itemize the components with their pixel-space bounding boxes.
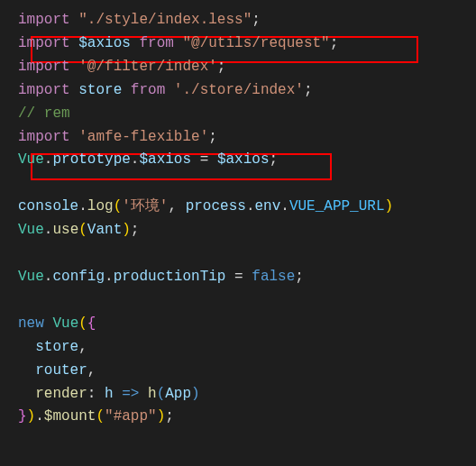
blank-line bbox=[18, 289, 458, 313]
code-line: Vue.prototype.$axios = $axios; bbox=[18, 149, 458, 172]
code-editor: import "./style/index.less"; import $axi… bbox=[18, 9, 458, 429]
code-line: import 'amfe-flexible'; bbox=[18, 126, 458, 150]
code-line: // rem bbox=[18, 103, 458, 126]
code-line: }).$mount("#app"); bbox=[18, 406, 458, 429]
code-line: render: h => h(App) bbox=[18, 383, 458, 407]
code-line: router, bbox=[18, 360, 458, 383]
blank-line bbox=[18, 242, 458, 266]
code-line: import store from './store/index'; bbox=[18, 79, 458, 103]
blank-line bbox=[18, 172, 458, 196]
code-line: Vue.config.productionTip = false; bbox=[18, 266, 458, 289]
code-line: console.log('环境', process.env.VUE_APP_UR… bbox=[18, 196, 458, 219]
code-line: import $axios from "@/utils/request"; bbox=[18, 32, 458, 56]
code-line: store, bbox=[18, 336, 458, 360]
code-line: Vue.use(Vant); bbox=[18, 219, 458, 242]
code-line: import "./style/index.less"; bbox=[18, 9, 458, 32]
code-line: new Vue({ bbox=[18, 313, 458, 336]
code-line: import '@/filter/index'; bbox=[18, 56, 458, 79]
